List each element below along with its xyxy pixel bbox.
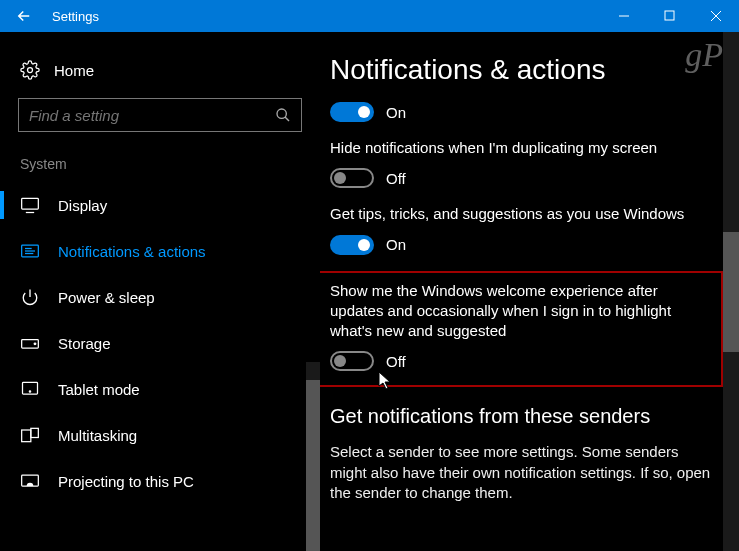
sidebar-item-projecting[interactable]: Projecting to this PC xyxy=(0,458,320,504)
power-icon xyxy=(20,287,40,307)
sidebar-item-multitasking[interactable]: Multitasking xyxy=(0,412,320,458)
nav-label: Display xyxy=(58,197,107,214)
toggle-switch-3[interactable] xyxy=(330,351,374,371)
svg-rect-7 xyxy=(22,198,39,209)
sidebar-item-storage[interactable]: Storage xyxy=(0,320,320,366)
scroll-thumb[interactable] xyxy=(306,380,320,551)
titlebar: Settings xyxy=(0,0,739,32)
search-input[interactable] xyxy=(29,107,259,124)
back-button[interactable] xyxy=(0,0,48,32)
tablet-icon xyxy=(20,379,40,399)
toggle-state: On xyxy=(386,236,406,253)
main-scroll-thumb[interactable] xyxy=(723,232,739,352)
window-controls xyxy=(601,0,739,32)
page-heading: Notifications & actions xyxy=(330,54,711,86)
toggle-row-0: On xyxy=(330,102,711,122)
sidebar-item-notifications[interactable]: Notifications & actions xyxy=(0,228,320,274)
toggle-desc: Show me the Windows welcome experience a… xyxy=(330,281,711,342)
sub-heading: Get notifications from these senders xyxy=(330,405,711,428)
sidebar-scrollbar[interactable]: ▲ ▼ xyxy=(306,362,320,551)
storage-icon xyxy=(20,333,40,353)
nav-label: Projecting to this PC xyxy=(58,473,194,490)
toggle-switch-0[interactable] xyxy=(330,102,374,122)
sidebar-item-power[interactable]: Power & sleep xyxy=(0,274,320,320)
main-scrollbar[interactable] xyxy=(723,32,739,551)
svg-rect-1 xyxy=(665,11,674,20)
cursor-icon xyxy=(378,371,394,391)
projecting-icon xyxy=(20,471,40,491)
nav-label: Multitasking xyxy=(58,427,137,444)
svg-point-5 xyxy=(277,109,286,118)
toggle-switch-2[interactable] xyxy=(330,235,374,255)
toggle-state: Off xyxy=(386,353,406,370)
search-box[interactable] xyxy=(18,98,302,132)
sidebar: Home System Display Notifications & acti… xyxy=(0,32,320,551)
toggle-state: On xyxy=(386,104,406,121)
arrow-left-icon xyxy=(15,7,33,25)
maximize-button[interactable] xyxy=(647,0,693,32)
svg-rect-19 xyxy=(31,428,39,437)
display-icon xyxy=(20,195,40,215)
sub-text: Select a sender to see more settings. So… xyxy=(330,442,711,503)
toggle-desc: Get tips, tricks, and suggestions as you… xyxy=(330,204,711,224)
gear-icon xyxy=(20,60,40,80)
nav-label: Storage xyxy=(58,335,111,352)
scroll-track[interactable] xyxy=(306,362,320,551)
svg-point-17 xyxy=(29,391,30,392)
window-title: Settings xyxy=(52,9,601,24)
highlight-box: Show me the Windows welcome experience a… xyxy=(320,271,723,388)
search-icon xyxy=(275,107,291,123)
svg-point-15 xyxy=(34,343,36,345)
watermark: gP xyxy=(685,36,723,74)
nav-label: Notifications & actions xyxy=(58,243,206,260)
multitasking-icon xyxy=(20,425,40,445)
svg-line-6 xyxy=(285,117,289,121)
minimize-button[interactable] xyxy=(601,0,647,32)
notifications-icon xyxy=(20,241,40,261)
toggle-row-1: Hide notifications when I'm duplicating … xyxy=(330,138,711,188)
toggle-state: Off xyxy=(386,170,406,187)
svg-point-4 xyxy=(28,68,33,73)
close-button[interactable] xyxy=(693,0,739,32)
active-indicator xyxy=(0,191,4,219)
home-label: Home xyxy=(54,62,94,79)
sidebar-item-tablet[interactable]: Tablet mode xyxy=(0,366,320,412)
svg-rect-18 xyxy=(22,430,31,442)
toggle-desc: Hide notifications when I'm duplicating … xyxy=(330,138,711,158)
toggle-switch-1[interactable] xyxy=(330,168,374,188)
nav-label: Tablet mode xyxy=(58,381,140,398)
main-panel: Notifications & actions On Hide notifica… xyxy=(320,32,739,551)
toggle-row-2: Get tips, tricks, and suggestions as you… xyxy=(330,204,711,254)
section-label: System xyxy=(0,150,320,182)
home-link[interactable]: Home xyxy=(0,52,320,94)
nav-list: Display Notifications & actions Power & … xyxy=(0,182,320,504)
sidebar-item-display[interactable]: Display xyxy=(0,182,320,228)
nav-label: Power & sleep xyxy=(58,289,155,306)
